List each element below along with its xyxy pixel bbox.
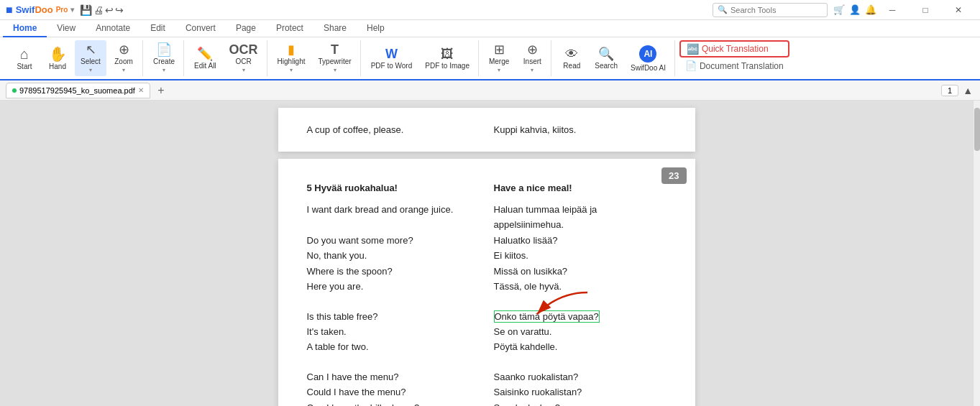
section-title-left: 5 Hyvää ruokahalua! <box>307 180 480 195</box>
row-0-right: Haluan tummaa leipää ja appelsiinimehua. <box>494 202 667 233</box>
logo-pro: Pro <box>56 6 68 14</box>
typewriter-label: Typewriter <box>319 57 352 65</box>
swifdoo-ai-icon: AI <box>639 45 656 63</box>
tab-annotate[interactable]: Annotate <box>86 20 140 37</box>
read-label: Read <box>563 62 580 70</box>
tab-page[interactable]: Page <box>226 20 266 37</box>
pdf-to-word-label: PDF to Word <box>371 62 413 70</box>
row-menu-1-left: Can I have the menu? <box>307 369 480 384</box>
cart-icon[interactable]: 🛒 <box>833 4 845 15</box>
read-button[interactable]: 👁 Read <box>556 45 587 73</box>
merge-arrow: ▾ <box>498 67 500 73</box>
logo-arrow[interactable]: ▾ <box>70 6 74 14</box>
row-3: Where is the spoon? Missä on lusikka? <box>307 264 667 279</box>
app-logo[interactable]: ■ SwifDoo Pro ▾ <box>6 4 74 17</box>
swifdoo-ai-button[interactable]: AI SwifDoo AI <box>625 42 672 75</box>
create-label: Create <box>153 57 175 65</box>
start-button[interactable]: ⌂ Start <box>9 44 40 73</box>
save-icon[interactable]: 💾 <box>80 4 92 16</box>
select-button[interactable]: ↖ Select ▾ <box>75 40 106 76</box>
add-tab-button[interactable]: + <box>153 83 169 98</box>
zoom-button[interactable]: ⊕ Zoom ▾ <box>108 40 139 76</box>
row-table-two: A table for two. Pöytä kahdelle. <box>307 339 667 354</box>
section-headers-row: 5 Hyvää ruokahalua! Have a nice meal! <box>307 180 667 195</box>
tab-close-button[interactable]: ✕ <box>138 86 144 94</box>
row-menu-2-right: Saisinko ruokalistan? <box>494 384 667 400</box>
search-button[interactable]: 🔍 Search <box>589 45 623 73</box>
search-tools-input[interactable] <box>731 6 823 14</box>
section-title-right: Have a nice meal! <box>494 180 667 195</box>
row-4-left: Here you are. <box>307 279 480 294</box>
create-button[interactable]: 📄 Create ▾ <box>147 40 180 76</box>
merge-button[interactable]: ⊞ Merge ▾ <box>483 40 515 76</box>
typewriter-arrow: ▾ <box>334 67 336 73</box>
insert-button[interactable]: ⊕ Insert ▾ <box>516 40 548 76</box>
document-translation-icon: 📄 <box>685 60 697 71</box>
row-menu-1-right: Saanko ruokalistan? <box>494 369 667 384</box>
pdf-viewer[interactable]: A cup of coffee, please. Kuppi kahvia, k… <box>0 101 973 406</box>
hand-label: Hand <box>49 63 66 70</box>
redo-icon[interactable]: ↪ <box>115 4 124 16</box>
tab-home[interactable]: Home <box>3 20 47 37</box>
pdf-page-main: 23 5 Hyvää ruokahalua! Have a nice meal!… <box>278 159 695 406</box>
page-up-button[interactable]: ▲ <box>961 85 974 96</box>
maximize-button[interactable]: □ <box>910 0 941 20</box>
row-2: No, thank you. Ei kiitos. <box>307 248 667 263</box>
minimize-button[interactable]: ─ <box>876 0 908 20</box>
quick-translation-label: Quick Translation <box>702 44 769 54</box>
quick-translation-button[interactable]: 🔤 Quick Translation <box>679 40 789 57</box>
group-pageops: ⊞ Merge ▾ ⊕ Insert ▾ <box>480 40 551 76</box>
close-button[interactable]: ✕ <box>943 0 974 20</box>
scrollbar-thumb[interactable] <box>974 108 980 151</box>
tab-view[interactable]: View <box>47 20 86 37</box>
row-taken-right: Se on varattu. <box>494 324 667 339</box>
editall-label: Edit All <box>194 62 216 70</box>
typewriter-button[interactable]: T Typewriter ▾ <box>313 40 357 76</box>
print-icon[interactable]: 🖨 <box>93 4 104 16</box>
undo-icon[interactable]: ↩ <box>105 4 114 16</box>
highlight-arrow: ▾ <box>290 67 293 73</box>
tab-share[interactable]: Share <box>313 20 357 37</box>
row-menu-1: Can I have the menu? Saanko ruokalistan? <box>307 369 667 384</box>
row-1-left: Do you want some more? <box>307 233 480 248</box>
row-table-free: Is this table free? Onko tämä pöytä vapa… <box>307 309 667 324</box>
window-controls: ─ □ ✕ <box>876 0 974 20</box>
pdf-to-image-button[interactable]: 🖼 PDF to Image <box>419 45 475 73</box>
highlight-button[interactable]: ▮ Highlight ▾ <box>272 40 311 76</box>
editall-button[interactable]: ✏️ Edit All <box>188 45 222 73</box>
tab-protect[interactable]: Protect <box>266 20 313 37</box>
bell-icon[interactable]: 🔔 <box>865 4 876 15</box>
pdf-to-word-icon: W <box>385 47 398 60</box>
pdf-page-top: A cup of coffee, please. Kuppi kahvia, k… <box>278 108 695 152</box>
tab-edit[interactable]: Edit <box>140 20 175 37</box>
insert-arrow: ▾ <box>531 67 533 73</box>
ocr-button[interactable]: OCR OCR ▾ <box>224 40 264 76</box>
pdf-content: 5 Hyvää ruokahalua! Have a nice meal! I … <box>307 180 667 406</box>
ribbon: Home View Annotate Edit Convert Page Pro… <box>0 20 980 80</box>
row-3-left: Where is the spoon? <box>307 264 480 279</box>
hand-button[interactable]: ✋ Hand <box>42 44 73 73</box>
scrollbar[interactable] <box>973 101 980 406</box>
row-menu-2-left: Could I have the menu? <box>307 384 480 400</box>
file-tab[interactable]: 9789517925945_ko_suomea.pdf ✕ <box>6 83 150 98</box>
row-menu-2: Could I have the menu? Saisinko ruokalis… <box>307 384 667 400</box>
top-right-col: Kuppi kahvia, kiitos. <box>494 122 667 137</box>
create-arrow: ▾ <box>162 67 165 73</box>
page-number-box: 1 <box>941 85 958 96</box>
document-translation-button[interactable]: 📄 Document Translation <box>679 59 789 73</box>
tab-help[interactable]: Help <box>357 20 395 37</box>
typewriter-icon: T <box>331 43 339 56</box>
pdf-to-word-button[interactable]: W PDF to Word <box>365 45 418 73</box>
group-basic: ⌂ Start ✋ Hand ↖ Select ▾ ⊕ Zoom ▾ <box>6 40 143 76</box>
main-area: A cup of coffee, please. Kuppi kahvia, k… <box>0 101 980 406</box>
top-page-content: A cup of coffee, please. Kuppi kahvia, k… <box>307 122 667 137</box>
logo-icon: ■ <box>6 4 13 17</box>
merge-icon: ⊞ <box>494 43 505 56</box>
tab-convert[interactable]: Convert <box>175 20 226 37</box>
row-table-two-right: Pöytä kahdelle. <box>494 339 667 354</box>
create-icon: 📄 <box>156 43 172 56</box>
zoom-arrow: ▾ <box>122 67 125 73</box>
user-icon[interactable]: 👤 <box>849 4 861 15</box>
zoom-icon: ⊕ <box>119 43 129 56</box>
row-0-left: I want dark bread and orange juice. <box>307 202 480 233</box>
